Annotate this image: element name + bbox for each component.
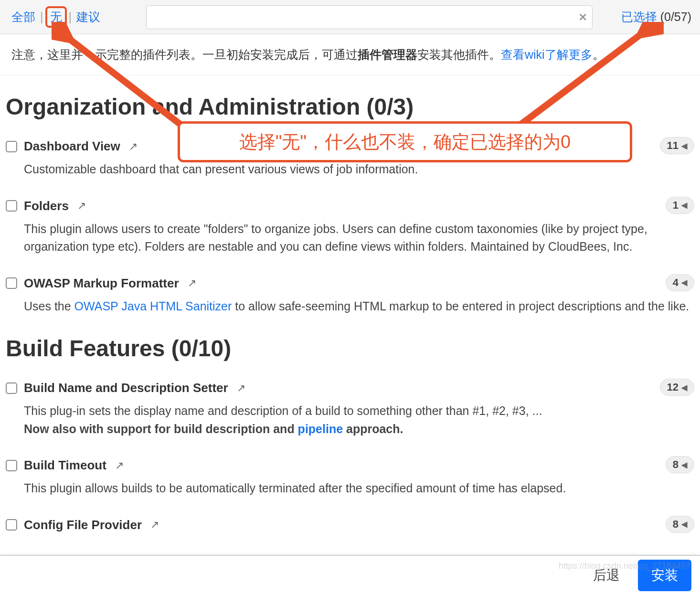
notice-bold: 插件管理器 [358, 48, 417, 61]
external-link-icon[interactable]: ↗ [129, 140, 138, 153]
dependency-badge[interactable]: 8◀ [666, 456, 694, 473]
annotation-arrow-right [501, 22, 664, 137]
plugin-checkbox[interactable] [6, 460, 17, 471]
badge-count: 8 [673, 518, 679, 531]
external-link-icon[interactable]: ↗ [237, 382, 245, 394]
plugin-head: Build Name and Description Setter↗ [6, 381, 694, 395]
badge-count: 11 [667, 139, 679, 152]
annotation-arrow-left [52, 22, 195, 137]
plugin-item: Folders↗1◀This plugin allows users to cr… [6, 199, 694, 256]
watermark: https://blog.csdn.net/qq_27184497 [559, 561, 690, 571]
plugin-checkbox[interactable] [6, 382, 17, 394]
plugin-checkbox[interactable] [6, 277, 17, 289]
annotation-callout: 选择"无"，什么也不装，确定已选择的为0 [178, 121, 632, 162]
desc-bold: approach. [343, 422, 403, 436]
chevron-left-icon: ◀ [681, 520, 687, 529]
chevron-left-icon: ◀ [681, 141, 687, 150]
desc-bold: pipeline [298, 422, 343, 436]
plugin-head: Folders↗ [6, 199, 694, 213]
plugin-description: This plugin allows users to create "fold… [24, 220, 694, 256]
plugin-head: Config File Provider↗ [6, 518, 694, 532]
chevron-left-icon: ◀ [681, 383, 687, 392]
plugin-title[interactable]: Build Timeout [24, 458, 106, 473]
external-link-icon[interactable]: ↗ [115, 459, 124, 472]
plugin-head: OWASP Markup Formatter↗ [6, 276, 694, 291]
external-link-icon[interactable]: ↗ [77, 200, 86, 212]
badge-count: 1 [673, 199, 679, 212]
external-link-icon[interactable]: ↗ [188, 277, 196, 289]
plugin-item: OWASP Markup Formatter↗4◀Uses the OWASP … [6, 276, 694, 316]
plugin-checkbox[interactable] [6, 200, 17, 212]
dependency-badge[interactable]: 11◀ [660, 137, 694, 154]
external-link-icon[interactable]: ↗ [150, 519, 159, 531]
plugin-checkbox[interactable] [6, 519, 17, 531]
badge-count: 12 [667, 381, 679, 393]
dependency-badge[interactable]: 12◀ [660, 379, 694, 396]
dependency-badge[interactable]: 1◀ [666, 197, 694, 214]
plugin-item: Config File Provider↗8◀ [6, 518, 694, 532]
selected-prefix: 已选择 [621, 10, 657, 23]
plugin-title[interactable]: Build Name and Description Setter [24, 381, 228, 395]
plugin-description: This plugin allows builds to be automati… [24, 479, 694, 498]
plugin-title[interactable]: Folders [24, 199, 69, 213]
selected-count: (0/57) [657, 10, 691, 23]
badge-count: 8 [673, 458, 679, 471]
plugin-head: Build Timeout↗ [6, 458, 694, 473]
desc-link[interactable]: OWASP Java HTML Sanitizer [74, 299, 232, 313]
plugin-description: Customizable dashboard that can present … [24, 160, 694, 179]
badge-count: 4 [673, 276, 679, 289]
chevron-left-icon: ◀ [681, 460, 687, 469]
notice-text: 安装其他插件。 [417, 48, 501, 61]
plugin-item: Build Timeout↗8◀This plugin allows build… [6, 458, 694, 498]
plugin-description: This plug-in sets the display name and d… [24, 402, 694, 438]
chevron-left-icon: ◀ [681, 278, 687, 287]
section-heading: Build Features (0/10) [6, 335, 694, 361]
plugin-description: Uses the OWASP Java HTML Sanitizer to al… [24, 298, 694, 316]
plugin-checkbox[interactable] [6, 141, 17, 152]
desc-bold: Now also with support for build descript… [24, 422, 298, 436]
dependency-badge[interactable]: 8◀ [666, 516, 694, 533]
chevron-left-icon: ◀ [681, 201, 687, 210]
dependency-badge[interactable]: 4◀ [666, 274, 694, 291]
desc-link[interactable]: pipeline [298, 422, 343, 436]
divider: | [40, 10, 43, 24]
plugin-title[interactable]: Config File Provider [24, 518, 142, 532]
filter-all[interactable]: 全部 [9, 8, 38, 26]
plugin-item: Build Name and Description Setter↗12◀Thi… [6, 381, 694, 438]
plugin-title[interactable]: OWASP Markup Formatter [24, 276, 179, 291]
plugin-title[interactable]: Dashboard View [24, 139, 120, 154]
